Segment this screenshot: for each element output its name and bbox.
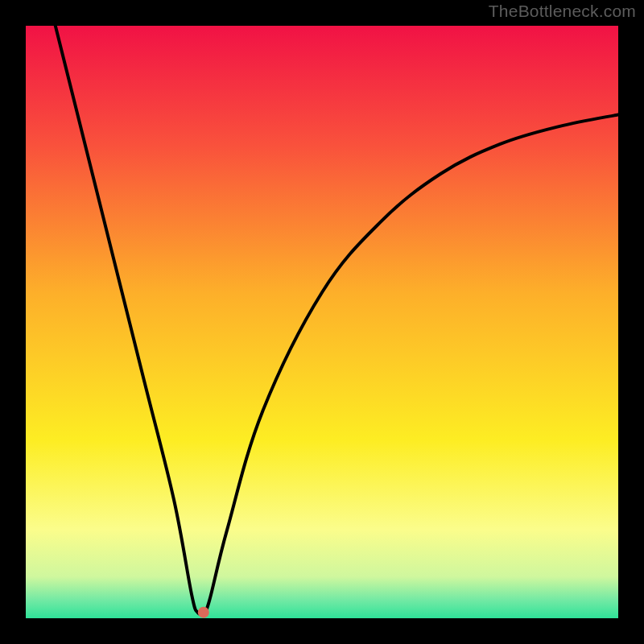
gradient-background xyxy=(26,26,618,618)
chart-frame: TheBottleneck.com xyxy=(0,0,644,644)
watermark-text: TheBottleneck.com xyxy=(489,2,636,21)
bottleneck-chart xyxy=(26,26,618,618)
plot-area xyxy=(26,26,618,618)
optimum-marker xyxy=(198,607,209,618)
